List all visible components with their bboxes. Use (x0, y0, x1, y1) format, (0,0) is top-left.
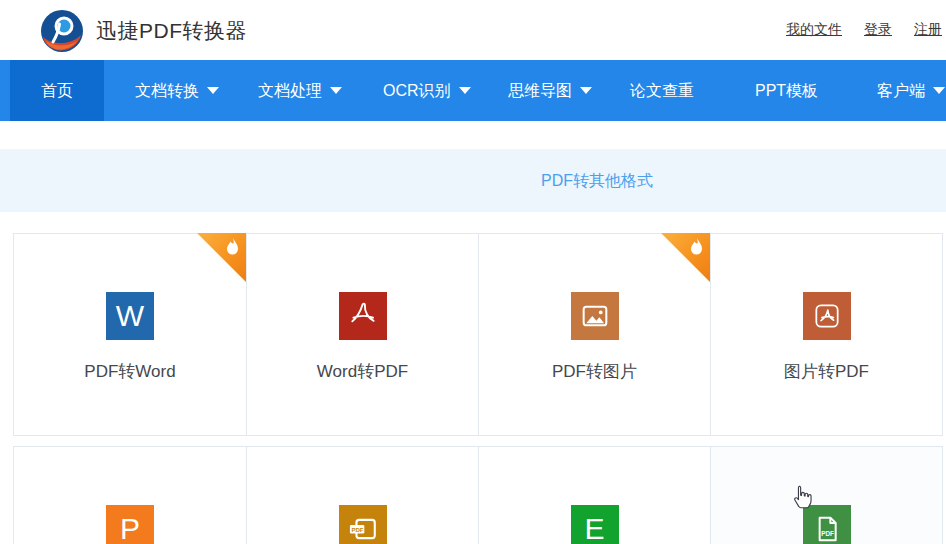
hot-badge (661, 233, 711, 283)
acrobat-outline-glyph-icon (811, 300, 843, 332)
nav-item-paper-check[interactable]: 论文查重 (630, 60, 694, 121)
card-label: Word转PDF (317, 360, 408, 383)
card-row2-1[interactable]: P (13, 446, 247, 544)
nav-item-ocr[interactable]: OCR识别 (383, 60, 471, 121)
nav-label: PPT模板 (755, 82, 818, 99)
app-logo-icon (40, 9, 84, 53)
acrobat-red-square-icon (339, 292, 387, 340)
pdf-document-glyph-icon: PDF (811, 513, 843, 544)
main-nav: 首页 文档转换 文档处理 OCR识别 思维导图 论文查重 PPT模板 客户端 (0, 60, 946, 121)
card-row2-3[interactable]: E (478, 446, 711, 544)
card-row2-2[interactable]: PDF (246, 446, 479, 544)
flame-icon (687, 236, 707, 260)
nav-item-mindmap[interactable]: 思维导图 (508, 60, 592, 121)
pdf-card-amber-square-icon: PDF (339, 505, 387, 544)
brand[interactable]: 迅捷PDF转换器 (40, 9, 247, 53)
pdf-card-glyph-icon: PDF (346, 513, 380, 544)
card-pdf-to-word[interactable]: W PDF转Word (13, 233, 247, 436)
chevron-down-icon (459, 87, 471, 94)
app-title: 迅捷PDF转换器 (96, 17, 247, 45)
icon-letter: E (584, 514, 604, 544)
svg-text:PDF: PDF (821, 530, 834, 537)
icon-letter: P (120, 514, 140, 544)
acrobat-outline-orange-icon (803, 292, 851, 340)
card-row2-4[interactable]: PDF (710, 446, 943, 544)
excel-green-square-icon: E (571, 505, 619, 544)
login-link[interactable]: 登录 (864, 21, 892, 39)
icon-letter: W (116, 301, 144, 331)
ppt-orange-square-icon: P (106, 505, 154, 544)
flame-icon (223, 236, 243, 260)
nav-item-home[interactable]: 首页 (10, 60, 104, 121)
card-pdf-to-image[interactable]: PDF转图片 (478, 233, 711, 436)
banner-title[interactable]: PDF转其他格式 (541, 149, 653, 212)
nav-label: OCR识别 (383, 82, 451, 99)
nav-label: 思维导图 (508, 82, 572, 99)
picture-glyph-icon (579, 300, 611, 332)
nav-item-doc-process[interactable]: 文档处理 (258, 60, 342, 121)
nav-label: 论文查重 (630, 82, 694, 99)
acrobat-glyph-icon (346, 299, 380, 333)
card-word-to-pdf[interactable]: Word转PDF (246, 233, 479, 436)
chevron-down-icon (580, 87, 592, 94)
chevron-down-icon (207, 87, 219, 94)
register-link[interactable]: 注册 (914, 21, 942, 39)
tools-grid-row1: W PDF转Word Word转PDF PDF转图片 (13, 233, 946, 436)
chevron-down-icon (933, 87, 945, 94)
chevron-down-icon (330, 87, 342, 94)
header-links: 我的文件 登录 注册 (764, 0, 942, 60)
nav-item-ppt-template[interactable]: PPT模板 (755, 60, 818, 121)
banner: PDF转其他格式 (0, 149, 946, 212)
site-header: 迅捷PDF转换器 我的文件 登录 注册 (0, 0, 946, 60)
image-orange-square-icon (571, 292, 619, 340)
nav-item-doc-convert[interactable]: 文档转换 (135, 60, 219, 121)
my-files-link[interactable]: 我的文件 (786, 21, 842, 39)
card-label: PDF转图片 (552, 360, 637, 383)
nav-label: 文档处理 (258, 82, 322, 99)
card-label: 图片转PDF (784, 360, 869, 383)
cursor-pointer-icon (790, 481, 816, 513)
hot-badge (197, 233, 247, 283)
card-image-to-pdf[interactable]: 图片转PDF (710, 233, 943, 436)
card-label: PDF转Word (84, 360, 175, 383)
nav-label: 首页 (41, 82, 73, 99)
nav-label: 客户端 (877, 82, 925, 99)
nav-label: 文档转换 (135, 82, 199, 99)
svg-text:PDF: PDF (351, 527, 363, 533)
nav-item-client[interactable]: 客户端 (877, 60, 945, 121)
word-blue-square-icon: W (106, 292, 154, 340)
